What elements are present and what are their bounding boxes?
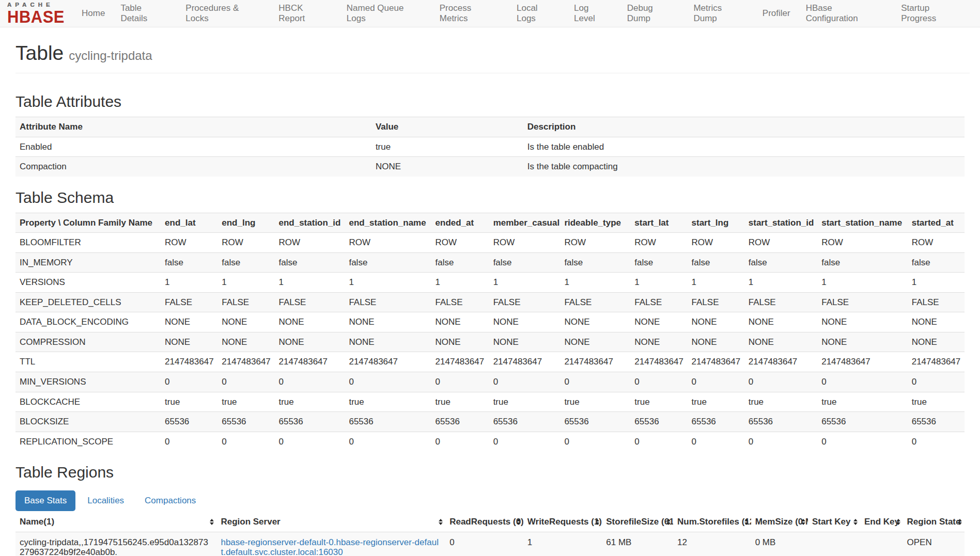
sort-icon[interactable] — [896, 519, 900, 525]
schema-value-cell: 0 — [908, 372, 965, 392]
schema-value-cell: false — [630, 252, 687, 273]
schema-value-cell: NONE — [817, 332, 908, 352]
sort-icon[interactable] — [210, 519, 214, 525]
regions-col-storefilesize-61-mb[interactable]: StorefileSize (61 MB) — [602, 512, 673, 532]
schema-value-cell: ROW — [274, 233, 345, 253]
nav-item-home[interactable]: Home — [74, 0, 113, 27]
schema-value-cell: false — [217, 252, 274, 273]
schema-value-cell: ROW — [630, 233, 687, 253]
nav-item-profiler[interactable]: Profiler — [755, 0, 798, 27]
logo-apache-text: APACHE — [7, 2, 65, 8]
schema-value-cell: 2147483647 — [630, 352, 687, 372]
tab-base-stats[interactable]: Base Stats — [15, 490, 75, 511]
storefile-size-cell: 61 MB — [602, 532, 673, 556]
regions-col-num-storefiles-12[interactable]: Num.Storefiles (12) — [673, 512, 751, 532]
schema-value-cell: 0 — [274, 372, 345, 392]
attribute-cell: NONE — [371, 157, 523, 177]
schema-property-name: TTL — [15, 352, 161, 372]
schema-value-cell: ROW — [431, 233, 489, 253]
nav-item-local-logs[interactable]: Local Logs — [509, 0, 566, 27]
schema-value-cell: 0 — [431, 372, 489, 392]
regions-col-end-key[interactable]: End Key — [860, 512, 903, 532]
nav-item-startup-progress[interactable]: Startup Progress — [893, 0, 974, 27]
schema-value-cell: false — [688, 252, 744, 273]
attributes-col-description: Description — [523, 117, 965, 137]
schema-value-cell: FALSE — [489, 292, 561, 312]
regions-col-label: Name(1) — [20, 517, 54, 527]
regions-col-name-1[interactable]: Name(1) — [15, 512, 216, 532]
attributes-col-attribute-name: Attribute Name — [15, 117, 371, 137]
schema-value-cell: ROW — [345, 233, 431, 253]
schema-value-cell: NONE — [817, 312, 908, 332]
schema-value-cell: 65536 — [688, 412, 744, 432]
sort-icon[interactable] — [801, 519, 805, 525]
nav-item-hbase-configuration[interactable]: HBase Configuration — [798, 0, 894, 27]
schema-row-min-versions: MIN_VERSIONS000000000000 — [15, 372, 965, 392]
schema-value-cell: NONE — [161, 312, 217, 332]
schema-row-compression: COMPRESSIONNONENONENONENONENONENONENONEN… — [15, 332, 965, 352]
regions-col-start-key[interactable]: Start Key — [808, 512, 860, 532]
nav-item-table-details[interactable]: Table Details — [113, 0, 178, 27]
sort-icon[interactable] — [439, 519, 443, 525]
schema-value-cell: FALSE — [744, 292, 817, 312]
tab-localities[interactable]: Localities — [79, 490, 133, 511]
nav-item-process-metrics[interactable]: Process Metrics — [432, 0, 509, 27]
nav-item-metrics-dump[interactable]: Metrics Dump — [686, 0, 754, 27]
schema-value-cell: 0 — [431, 432, 489, 451]
schema-value-cell: NONE — [217, 312, 274, 332]
schema-value-cell: 65536 — [630, 412, 687, 432]
schema-value-cell: ROW — [908, 233, 965, 253]
sort-icon[interactable] — [666, 519, 671, 525]
schema-value-cell: 65536 — [489, 412, 561, 432]
schema-property-name: IN_MEMORY — [15, 252, 161, 273]
attributes-col-value: Value — [371, 117, 523, 137]
schema-value-cell: 0 — [817, 372, 908, 392]
schema-value-cell: 2147483647 — [161, 352, 217, 372]
schema-value-cell: NONE — [630, 312, 687, 332]
schema-value-cell: 65536 — [560, 412, 630, 432]
schema-value-cell: FALSE — [274, 292, 345, 312]
schema-value-cell: 1 — [560, 273, 630, 293]
regions-col-memsize-0-mb[interactable]: MemSize (0 MB) — [751, 512, 808, 532]
nav-item-hbck-report[interactable]: HBCK Report — [271, 0, 339, 27]
sort-icon[interactable] — [744, 519, 749, 525]
schema-property-name: REPLICATION_SCOPE — [15, 432, 161, 451]
hbase-logo[interactable]: APACHE HBASE — [7, 2, 65, 25]
sort-icon[interactable] — [517, 519, 521, 525]
region-row: cycling-tripdata,,1719475156245.e95d0a13… — [15, 532, 965, 556]
nav-item-debug-dump[interactable]: Debug Dump — [619, 0, 686, 27]
schema-value-cell: 0 — [161, 372, 217, 392]
schema-value-cell: NONE — [908, 312, 965, 332]
schema-value-cell: 0 — [744, 432, 817, 451]
sort-icon[interactable] — [958, 519, 962, 525]
schema-value-cell: 1 — [908, 273, 965, 293]
region-server-link[interactable]: hbase-regionserver-default-0.hbase-regio… — [221, 537, 438, 556]
schema-family-start-lat: start_lat — [630, 213, 687, 233]
regions-col-label: WriteRequests (1) — [527, 517, 602, 527]
regions-col-writerequests-1[interactable]: WriteRequests (1) — [523, 512, 602, 532]
nav-item-log-level[interactable]: Log Level — [566, 0, 619, 27]
schema-value-cell: true — [489, 392, 561, 412]
schema-row-data-block-encoding: DATA_BLOCK_ENCODINGNONENONENONENONENONEN… — [15, 312, 965, 332]
regions-col-readrequests-0[interactable]: ReadRequests (0) — [445, 512, 523, 532]
start-key-cell — [808, 532, 860, 556]
regions-col-region-server[interactable]: Region Server — [216, 512, 445, 532]
regions-col-region-state[interactable]: Region State — [903, 512, 965, 532]
schema-value-cell: 1 — [489, 273, 561, 293]
nav-item-named-queue-logs[interactable]: Named Queue Logs — [339, 0, 432, 27]
schema-value-cell: 2147483647 — [560, 352, 630, 372]
schema-value-cell: NONE — [489, 312, 561, 332]
nav-item-procedures-locks[interactable]: Procedures & Locks — [178, 0, 271, 27]
schema-value-cell: false — [345, 252, 431, 273]
schema-family-end-lng: end_lng — [217, 213, 274, 233]
schema-value-cell: 0 — [489, 432, 561, 451]
schema-value-cell: FALSE — [688, 292, 744, 312]
tab-compactions[interactable]: Compactions — [136, 490, 205, 511]
schema-value-cell: 1 — [431, 273, 489, 293]
schema-row-keep-deleted-cells: KEEP_DELETED_CELLSFALSEFALSEFALSEFALSEFA… — [15, 292, 965, 312]
schema-property-name: VERSIONS — [15, 273, 161, 293]
schema-value-cell: FALSE — [630, 292, 687, 312]
sort-icon[interactable] — [853, 519, 858, 525]
table-regions-table: Name(1)Region ServerReadRequests (0)Writ… — [15, 512, 965, 556]
sort-icon[interactable] — [595, 519, 599, 525]
